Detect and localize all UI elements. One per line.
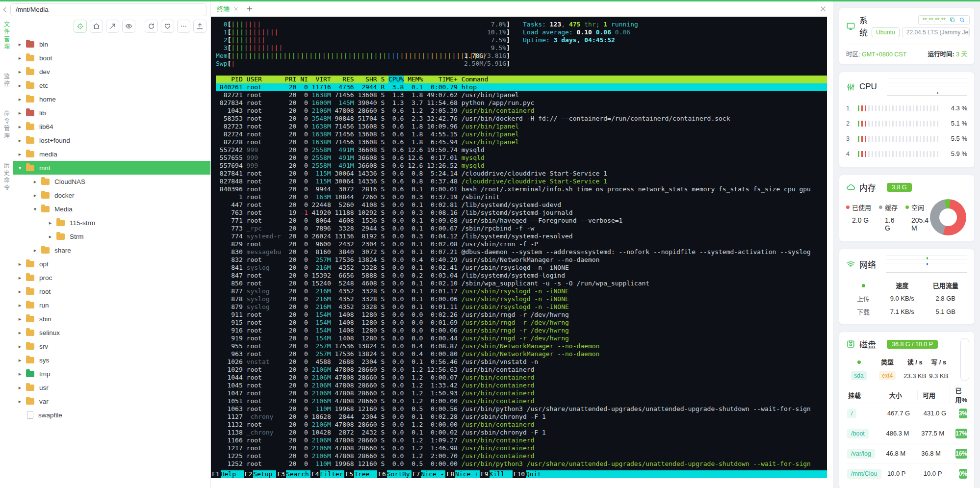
col-mem[interactable]: MEM%	[408, 76, 423, 83]
toggle-icon[interactable]: ▸	[16, 316, 24, 322]
process-row[interactable]: 1045root2002106M4780828660S0.01.21:33.42…	[216, 382, 827, 389]
tree-item-lib[interactable]: ▸lib	[13, 106, 210, 120]
tree-item-srv[interactable]: ▸srv	[13, 339, 210, 353]
process-row[interactable]: 5576559992002558M491M36608S0.612.60:17.0…	[216, 154, 827, 162]
locate-button[interactable]	[74, 20, 87, 33]
process-row[interactable]: 915root200154M14081280S0.00.00:01.69/usr…	[216, 319, 827, 327]
fkey-f6[interactable]: F6SortBy	[377, 470, 412, 478]
process-row[interactable]: 1063root200110M1996812160S0.00.50:00.56/…	[216, 405, 827, 413]
tree-item-CloudNAS[interactable]: ▸CloudNAS	[13, 175, 210, 188]
copy-icon[interactable]	[949, 17, 955, 23]
process-row[interactable]: 763root19-1419201118810292S0.00.30:08.16…	[216, 209, 827, 217]
process-row[interactable]: 774systemd-r20026024131368192S0.00.30:04…	[216, 232, 827, 240]
process-row[interactable]: 82723root2001638M7145613608S0.61.810:09.…	[216, 123, 827, 130]
process-row[interactable]: 1127_chrony2001862828442304S0.00.10:02.2…	[216, 413, 827, 421]
refresh-button[interactable]	[145, 20, 158, 33]
process-row[interactable]: 773_rpc200789633282944S0.00.10:00.67/sbi…	[216, 225, 827, 232]
process-row[interactable]: 1132root2002106M4780828660S0.01.20:00.00…	[216, 421, 827, 429]
upload-button[interactable]	[193, 20, 206, 33]
toggle-icon[interactable]: ▸	[16, 371, 24, 377]
col-pid[interactable]: PID	[216, 76, 243, 83]
toggle-icon[interactable]: ▸	[31, 179, 39, 185]
process-row[interactable]: 1166root2002106M4780828660S0.01.21:09.27…	[216, 437, 827, 444]
tree-item-run[interactable]: ▸run	[13, 298, 210, 312]
toggle-icon[interactable]: ▸	[47, 220, 54, 226]
col-pri[interactable]: PRI	[285, 76, 296, 83]
toggle-icon[interactable]: ▸	[47, 233, 54, 240]
process-row[interactable]: 827834root2001600M145M39040S1.33.711:54.…	[216, 99, 827, 107]
process-row[interactable]: 58353root2003548M9084851704S0.62.332:42.…	[216, 115, 827, 123]
fkey-f10[interactable]: F10Quit	[513, 470, 549, 478]
process-row[interactable]: 1047root2002106M4780828660S0.01.21:50.93…	[216, 389, 827, 397]
col-res[interactable]: RES	[335, 76, 354, 83]
process-row[interactable]: 1051root2002106M4780828660S0.01.20:00.00…	[216, 397, 827, 405]
panel-close-icon[interactable]	[819, 5, 827, 13]
process-row[interactable]: 5576949992002558M491M36608S0.612.613:26.…	[216, 162, 827, 170]
process-row[interactable]: 830messagebu200816038403072S0.00.10:07.2…	[216, 248, 827, 256]
collapse-drawer-icon[interactable]	[1, 6, 9, 14]
col-ni[interactable]: NI	[300, 76, 308, 83]
tree-item-opt[interactable]: ▸opt	[13, 257, 210, 271]
tree-item-boot[interactable]: ▸boot	[13, 51, 210, 65]
process-row[interactable]: 878syslog200216M43523328S0.00.10:00.06/u…	[216, 295, 827, 303]
scrollbar[interactable]	[960, 338, 969, 381]
tree-item-root[interactable]: ▸root	[13, 284, 210, 298]
tree-item-dev[interactable]: ▸dev	[13, 65, 210, 78]
toggle-icon[interactable]: ▸	[16, 275, 24, 281]
process-row[interactable]: 827841root200115M3006414336S0.60.85:24.1…	[216, 170, 827, 178]
toggle-icon[interactable]: ▸	[16, 357, 24, 363]
toggle-icon[interactable]: ▾	[16, 165, 24, 171]
fkey-f9[interactable]: F9Kill	[480, 470, 513, 478]
drawer-tab-1[interactable]: 文件管理	[2, 21, 11, 51]
toggle-icon[interactable]: ▸	[16, 82, 24, 89]
col-cmd[interactable]: Command	[462, 76, 489, 83]
toggle-icon[interactable]: ▸	[16, 124, 24, 130]
heart-button[interactable]	[161, 20, 174, 33]
tree-item-bin[interactable]: ▸bin	[13, 37, 210, 51]
tab-close-icon[interactable]	[233, 6, 239, 12]
fkey-f2[interactable]: F2Setup	[244, 470, 277, 478]
col-virt[interactable]: VIRT	[312, 76, 331, 83]
process-row[interactable]: 82728root2001638M7145613608S0.61.86:45.9…	[216, 138, 827, 146]
process-row[interactable]: 1029root2002106M4780828660S0.01.212:56.6…	[216, 366, 827, 374]
tree-item-etc[interactable]: ▸etc	[13, 78, 210, 92]
process-row[interactable]: 841syslog200216M43523328S0.00.10:02.41/u…	[216, 264, 827, 272]
process-row[interactable]: 832root200257M1753613824S0.00.40:40.29/u…	[216, 256, 827, 264]
tree-item-mnt[interactable]: ▾mnt	[13, 161, 210, 175]
col-user[interactable]: USER	[247, 76, 281, 83]
toggle-icon[interactable]: ▸	[16, 55, 24, 61]
process-row[interactable]: 1043root2002106M4780828660S0.61.22:05.39…	[216, 107, 827, 115]
process-row[interactable]: 827848root200115M3006414336S0.60.80:37.4…	[216, 178, 827, 185]
terminal-screen[interactable]: 0[|||||||7.0%]1[|||||||||||10.1%]2[|||||…	[211, 17, 827, 478]
path-input[interactable]	[10, 3, 206, 16]
drawer-tab-4[interactable]: 历史命令	[2, 162, 11, 192]
tree-item-selinux[interactable]: ▸selinux	[13, 326, 210, 339]
toggle-icon[interactable]: ▾	[31, 206, 39, 212]
tree-item-sys[interactable]: ▸sys	[13, 353, 210, 367]
more-button[interactable]	[177, 20, 190, 33]
fkey-f8[interactable]: F8Nice +	[445, 470, 480, 478]
process-row[interactable]: 1252root200110M1996812160S0.00.50:00.00/…	[216, 460, 827, 468]
col-time[interactable]: TIME+	[427, 76, 458, 83]
toggle-icon[interactable]: ▸	[16, 343, 24, 350]
toggle-icon[interactable]: ▸	[16, 69, 24, 75]
drawer-tab-2[interactable]: 监控	[2, 73, 11, 88]
process-row[interactable]: 877syslog200216M43523328S0.00.10:01.17/u…	[216, 287, 827, 295]
process-row[interactable]: 955root200257M1753613824S0.00.40:08.87/u…	[216, 342, 827, 350]
fkey-f5[interactable]: F5Tree	[344, 470, 377, 478]
process-row[interactable]: 829root200960024322304S0.00.10:02.08/usr…	[216, 240, 827, 248]
toggle-icon[interactable]: ▸	[16, 151, 24, 157]
toggle-icon[interactable]: ▸	[16, 96, 24, 103]
tab-terminal[interactable]: 终端	[217, 4, 239, 13]
process-row[interactable]: 771root200806446081536S0.00.10:09.68/usr…	[216, 217, 827, 225]
process-row[interactable]: 919root200154M14081280S0.00.00:00.44/usr…	[216, 334, 827, 342]
process-row[interactable]: 840396root200994430722816S0.60.10:00.01b…	[216, 185, 827, 193]
server-ip-badge[interactable]: **.**.**.**	[918, 15, 970, 25]
process-row[interactable]: 1044root2002106M4780828660S0.01.20:00.07…	[216, 374, 827, 382]
tree-item-var[interactable]: ▸var	[13, 394, 210, 408]
tree-item-lost+found[interactable]: ▸lost+found	[13, 133, 210, 147]
toggle-icon[interactable]: ▸	[16, 302, 24, 308]
tree-item-Strm[interactable]: ▸Strm	[13, 230, 210, 243]
fkey-f7[interactable]: F7Nice -	[412, 470, 446, 478]
toggle-icon[interactable]: ▸	[16, 330, 24, 336]
